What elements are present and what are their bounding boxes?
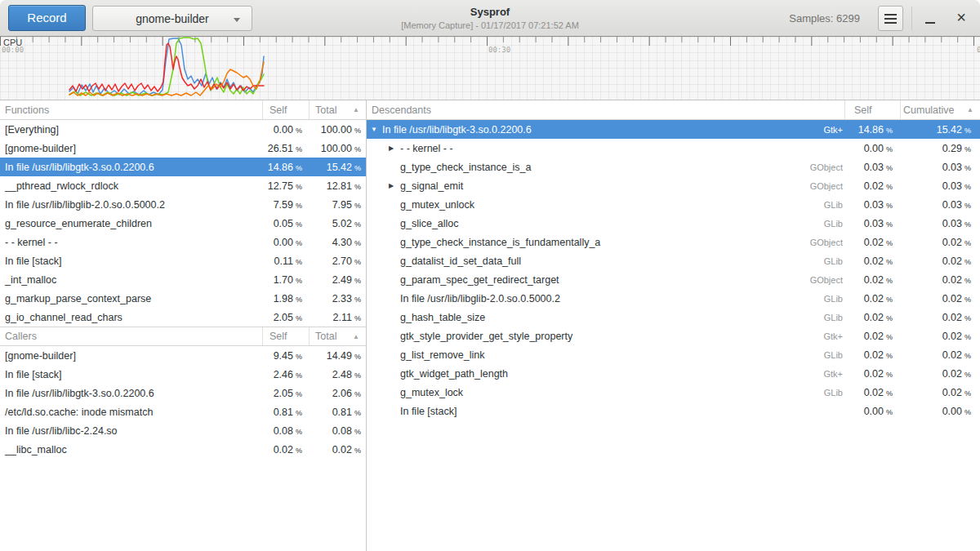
main-panes: FunctionsSelfTotal▲ [Everything]0.00%100… bbox=[0, 100, 980, 551]
table-row[interactable]: In file /usr/lib/libgtk-3.so.0.2200.614.… bbox=[0, 158, 366, 176]
cumulative-percent: 0.02% bbox=[900, 368, 980, 380]
library-tag: GLib bbox=[824, 313, 844, 322]
table-row[interactable]: - - kernel - -0.00%4.30% bbox=[0, 233, 366, 251]
table-row[interactable]: _int_malloc1.70%2.49% bbox=[0, 270, 366, 289]
tree-row[interactable]: g_mutex_unlockGLib0.03%0.03% bbox=[367, 195, 980, 214]
function-name: gtk_widget_path_length bbox=[400, 368, 508, 380]
table-row[interactable]: [Everything]0.00%100.00% bbox=[0, 120, 366, 139]
table-row[interactable]: g_resource_enumerate_children0.05%5.02% bbox=[0, 214, 366, 233]
window-subtitle: [Memory Capture] - 01/17/2017 07:21:52 A… bbox=[401, 20, 579, 30]
library-tag: GLib bbox=[824, 256, 844, 266]
tree-row[interactable]: g_list_remove_linkGLib0.02%0.02% bbox=[367, 345, 980, 364]
table-row[interactable]: In file [stack]0.11%2.70% bbox=[0, 251, 366, 270]
cumulative-percent: 0.02% bbox=[900, 349, 980, 361]
tree-row[interactable]: g_datalist_id_set_data_fullGLib0.02%0.02… bbox=[367, 251, 980, 270]
function-name: g_type_check_instance_is_a bbox=[400, 162, 532, 173]
self-percent: 0.81% bbox=[262, 407, 309, 418]
process-selector-value: gnome-builder bbox=[136, 12, 209, 25]
tree-row[interactable]: g_type_check_instance_is_fundamentally_a… bbox=[367, 233, 980, 251]
titlebar: Record gnome-builder Sysprof [Memory Cap… bbox=[0, 0, 980, 37]
window-title: Sysprof bbox=[470, 6, 510, 18]
minimize-icon bbox=[925, 22, 935, 24]
close-icon: × bbox=[956, 8, 966, 26]
tree-row[interactable]: In file [stack]0.00%0.00% bbox=[367, 402, 980, 420]
table-row[interactable]: In file [stack]2.46%2.48% bbox=[0, 365, 366, 384]
function-name: g_slice_alloc bbox=[400, 218, 459, 229]
table-row[interactable]: In file /usr/lib/libglib-2.0.so.0.5000.2… bbox=[0, 195, 366, 214]
tree-row[interactable]: gtk_style_provider_get_style_propertyGtk… bbox=[367, 327, 980, 345]
library-tag: Gtk+ bbox=[823, 369, 844, 379]
expander-icon[interactable]: ▼ bbox=[371, 126, 382, 133]
total-percent: 7.95% bbox=[309, 199, 366, 211]
function-name: g_markup_parse_context_parse bbox=[0, 293, 262, 304]
table-row[interactable]: In file /usr/lib/libc-2.24.so0.08%0.08% bbox=[0, 421, 366, 440]
minimize-button[interactable] bbox=[918, 6, 942, 31]
table-row[interactable]: /etc/ld.so.cache: inode mismatch0.81%0.8… bbox=[0, 402, 366, 421]
function-name: g_signal_emit bbox=[400, 180, 463, 192]
self-percent: 0.02% bbox=[262, 444, 309, 455]
tree-row[interactable]: gtk_widget_path_lengthGtk+0.02%0.02% bbox=[367, 364, 980, 383]
table-row[interactable]: g_io_channel_read_chars2.05%2.11% bbox=[0, 308, 366, 327]
total-percent: 2.06% bbox=[309, 388, 366, 399]
column-header-descendants[interactable]: Descendants bbox=[367, 100, 844, 119]
tree-row[interactable]: In file /usr/lib/libglib-2.0.so.0.5000.2… bbox=[367, 289, 980, 308]
self-percent: 12.75% bbox=[262, 180, 309, 192]
close-button[interactable]: × bbox=[949, 6, 973, 31]
library-tag: GLib bbox=[824, 388, 844, 398]
record-button[interactable]: Record bbox=[8, 5, 86, 31]
function-name: g_resource_enumerate_children bbox=[0, 218, 262, 229]
cpu-graph[interactable]: CPU 00:0000:3001:00 bbox=[0, 37, 980, 100]
tree-row[interactable]: g_hash_table_sizeGLib0.02%0.02% bbox=[367, 308, 980, 327]
cumulative-percent: 0.03% bbox=[900, 180, 980, 192]
table-row[interactable]: In file /usr/lib/libgtk-3.so.0.2200.62.0… bbox=[0, 384, 366, 402]
library-tag: GLib bbox=[824, 200, 844, 210]
tree-row[interactable]: g_type_check_instance_is_aGObject0.03%0.… bbox=[367, 158, 980, 176]
expander-icon[interactable]: ▶ bbox=[389, 144, 400, 152]
table-row[interactable]: [gnome-builder]9.45%14.49% bbox=[0, 346, 366, 365]
expander-icon[interactable]: ▶ bbox=[389, 182, 400, 189]
cumulative-percent: 0.03% bbox=[900, 162, 980, 173]
column-header-self[interactable]: Self bbox=[262, 327, 309, 345]
column-header-total[interactable]: Total▲ bbox=[309, 327, 366, 345]
function-name: g_datalist_id_set_data_full bbox=[400, 256, 521, 267]
column-header-cumulative[interactable]: Cumulative▲ bbox=[900, 100, 980, 119]
table-row[interactable]: [gnome-builder]26.51%100.00% bbox=[0, 139, 366, 158]
function-name: _int_malloc bbox=[0, 274, 262, 286]
self-percent: 0.00% bbox=[844, 406, 900, 417]
function-name: [gnome-builder] bbox=[0, 350, 262, 362]
function-name: g_list_remove_link bbox=[400, 349, 485, 361]
table-row[interactable]: g_markup_parse_context_parse1.98%2.33% bbox=[0, 289, 366, 308]
table-row[interactable]: __libc_malloc0.02%0.02% bbox=[0, 440, 366, 459]
chevron-down-icon bbox=[234, 18, 240, 22]
total-percent: 2.11% bbox=[309, 312, 366, 323]
library-tag: Gtk+ bbox=[823, 125, 844, 135]
column-header-functions[interactable]: Functions bbox=[0, 100, 262, 119]
tree-row[interactable]: g_slice_allocGLib0.03%0.03% bbox=[367, 214, 980, 233]
function-name: g_mutex_lock bbox=[400, 387, 463, 398]
self-percent: 0.02% bbox=[844, 237, 900, 248]
process-selector-dropdown[interactable]: gnome-builder bbox=[92, 6, 252, 31]
time-tick-label: 00:30 bbox=[488, 46, 510, 54]
column-header-self[interactable]: Self bbox=[262, 100, 309, 119]
table-row[interactable]: __pthread_rwlock_rdlock12.75%12.81% bbox=[0, 176, 366, 195]
cumulative-percent: 0.02% bbox=[900, 331, 980, 342]
tree-row[interactable]: ▼In file /usr/lib/libgtk-3.so.0.2200.6Gt… bbox=[367, 120, 980, 139]
menu-button[interactable] bbox=[878, 6, 903, 31]
descendants-table-header: DescendantsSelfCumulative▲ bbox=[367, 100, 980, 120]
sort-arrow-icon: ▲ bbox=[353, 333, 359, 340]
cumulative-percent: 15.42% bbox=[900, 124, 980, 136]
total-percent: 0.81% bbox=[309, 407, 366, 418]
total-percent: 0.02% bbox=[309, 444, 366, 455]
column-header-self[interactable]: Self bbox=[844, 100, 900, 119]
tree-row[interactable]: ▶g_signal_emitGObject0.02%0.03% bbox=[367, 176, 980, 195]
cumulative-percent: 0.02% bbox=[900, 237, 980, 248]
tree-row[interactable]: ▶- - kernel - -0.00%0.29% bbox=[367, 139, 980, 158]
cumulative-percent: 0.02% bbox=[900, 256, 980, 267]
column-header-callers[interactable]: Callers bbox=[0, 327, 262, 345]
column-header-total[interactable]: Total▲ bbox=[309, 100, 366, 119]
tree-row[interactable]: g_param_spec_get_redirect_targetGObject0… bbox=[367, 270, 980, 289]
function-name: __libc_malloc bbox=[0, 444, 262, 455]
cumulative-percent: 0.00% bbox=[900, 406, 980, 417]
tree-row[interactable]: g_mutex_lockGLib0.02%0.02% bbox=[367, 383, 980, 402]
function-name: - - kernel - - bbox=[0, 237, 262, 248]
